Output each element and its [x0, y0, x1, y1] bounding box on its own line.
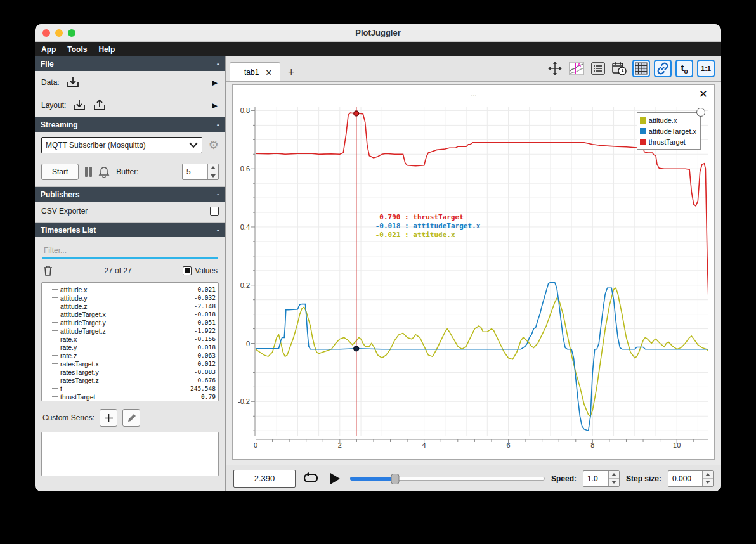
file-section-header[interactable]: File -: [35, 56, 225, 71]
timeseries-row[interactable]: attitude.y-0.032: [52, 294, 216, 302]
tracker-style-icon[interactable]: A: [568, 60, 585, 77]
time-offset-icon[interactable]: to: [675, 60, 693, 77]
layout-menu-arrow-icon[interactable]: ▶: [212, 101, 218, 110]
tree-branch-icon: [52, 289, 58, 290]
timeseries-value: -0.063: [194, 352, 216, 359]
legend-entry[interactable]: thrustTarget: [640, 136, 696, 147]
slider-handle[interactable]: [391, 474, 399, 484]
timeseries-row[interactable]: ratesTarget.x0.012: [52, 359, 216, 368]
timeseries-row[interactable]: attitudeTarget.z-1.922: [52, 327, 216, 335]
spin-down-icon[interactable]: [208, 172, 218, 180]
date-time-icon[interactable]: [611, 60, 629, 77]
timeseries-row[interactable]: attitude.z-2.148: [52, 302, 216, 310]
speed-spinbox[interactable]: 1.0: [583, 470, 620, 487]
timeseries-section-header[interactable]: Timeseries List -: [35, 223, 225, 237]
filter-input[interactable]: [42, 243, 218, 259]
load-layout-icon[interactable]: [72, 99, 86, 112]
edit-custom-series-button[interactable]: [122, 409, 140, 427]
tracker-readout-line: -0.021 : attitude.x: [375, 231, 481, 240]
buffer-spinbox[interactable]: 5: [182, 164, 219, 180]
legend-swatch-icon: [640, 139, 646, 145]
custom-series-list[interactable]: [41, 432, 219, 476]
load-data-icon[interactable]: [66, 76, 80, 89]
tab-close-icon[interactable]: ✕: [265, 68, 272, 77]
streaming-source-select[interactable]: MQTT Subscriber (Mosquitto): [41, 137, 202, 153]
loop-button[interactable]: [302, 470, 320, 488]
spin-up-icon[interactable]: [609, 471, 619, 479]
timeseries-row[interactable]: ratesTarget.z0.676: [52, 376, 216, 384]
tracker-readout: 0.790 : thrustTarget-0.018 : attitudeTar…: [375, 213, 481, 240]
spin-down-icon[interactable]: [703, 479, 713, 486]
timeseries-name: attitudeTarget.y: [60, 319, 194, 327]
timeseries-row[interactable]: rate.x-0.156: [52, 335, 216, 343]
csv-exporter-checkbox[interactable]: [210, 207, 219, 216]
plot-widget[interactable]: ... ✕ -0.200.20.40.60.8 attitude.xattitu…: [232, 84, 715, 460]
timeseries-row[interactable]: t245.548: [52, 384, 216, 392]
start-button[interactable]: Start: [41, 164, 79, 180]
plot-legend[interactable]: attitude.xattitudeTarget.xthrustTarget: [637, 112, 701, 150]
save-layout-icon[interactable]: [93, 99, 107, 112]
timeseries-list[interactable]: attitude.x-0.021attitude.y-0.032attitude…: [41, 282, 219, 401]
timeseries-row[interactable]: thrustTarget0.79: [52, 392, 216, 401]
data-row: Data: ▶: [35, 71, 225, 94]
legend-entry[interactable]: attitudeTarget.x: [640, 126, 696, 136]
play-button[interactable]: [326, 470, 344, 488]
grid-layout-icon[interactable]: [632, 60, 650, 77]
collapse-icon[interactable]: -: [217, 59, 219, 68]
step-size-spinbox[interactable]: 0.000: [668, 470, 714, 487]
timeseries-row[interactable]: attitude.x-0.021: [52, 285, 216, 294]
timeseries-name: ratesTarget.y: [60, 368, 194, 376]
spin-up-icon[interactable]: [703, 471, 713, 479]
time-slider[interactable]: [350, 474, 545, 484]
add-custom-series-button[interactable]: [100, 409, 117, 427]
collapse-icon[interactable]: -: [217, 225, 219, 235]
timeseries-value: 0.018: [197, 344, 216, 351]
timeseries-row[interactable]: rate.y0.018: [52, 343, 216, 351]
pan-zoom-icon[interactable]: [546, 60, 564, 77]
timeseries-row[interactable]: rate.z-0.063: [52, 351, 216, 359]
collapse-icon[interactable]: -: [217, 190, 219, 199]
spin-up-icon[interactable]: [208, 164, 218, 172]
values-toggle[interactable]: Values: [183, 266, 218, 275]
list-icon[interactable]: [589, 60, 607, 77]
add-tab-button[interactable]: +: [280, 63, 302, 82]
tree-branch-icon: [52, 355, 58, 356]
timeseries-row[interactable]: attitudeTarget.y-0.051: [52, 318, 216, 327]
menu-tools[interactable]: Tools: [67, 45, 87, 54]
tab-tab1[interactable]: tab1 ✕: [230, 62, 280, 82]
legend-handle-icon[interactable]: [696, 108, 705, 117]
play-icon: [329, 472, 341, 485]
plot-close-icon[interactable]: ✕: [699, 89, 708, 100]
collapse-icon[interactable]: -: [217, 120, 219, 129]
pause-icon[interactable]: [85, 167, 92, 177]
timeseries-row[interactable]: attitudeTarget.x-0.018: [52, 310, 216, 318]
streaming-section-header[interactable]: Streaming -: [35, 117, 225, 132]
streaming-source-value: MQTT Subscriber (Mosquitto): [46, 141, 189, 150]
timeseries-value: -0.018: [194, 311, 216, 318]
plot-canvas[interactable]: attitude.xattitudeTarget.xthrustTarget 0…: [256, 107, 708, 436]
menu-app[interactable]: App: [41, 45, 56, 54]
spin-down-icon[interactable]: [609, 479, 619, 486]
notifications-bell-icon[interactable]: [98, 166, 110, 178]
tree-branch-icon: [52, 380, 58, 380]
publishers-section-header[interactable]: Publishers -: [35, 187, 225, 202]
streaming-settings-gear-icon[interactable]: ⚙: [209, 139, 219, 151]
data-menu-arrow-icon[interactable]: ▶: [212, 79, 218, 87]
timeseries-name: rate.y: [60, 344, 197, 351]
ratio-one-to-one-icon[interactable]: 1:1: [697, 60, 715, 77]
timeseries-name: rate.z: [60, 352, 194, 359]
timeseries-name: ratesTarget.z: [60, 377, 197, 384]
trash-icon[interactable]: [42, 264, 53, 276]
values-checkbox-icon[interactable]: [183, 266, 192, 275]
legend-entry[interactable]: attitude.x: [640, 115, 696, 126]
y-tick-label: 0: [246, 340, 250, 347]
menu-help[interactable]: Help: [98, 45, 115, 54]
timeseries-row[interactable]: ratesTarget.y-0.083: [52, 368, 216, 376]
current-time-field[interactable]: 2.390: [233, 470, 296, 488]
chevron-down-icon: [189, 142, 198, 148]
tree-branch-icon: [52, 388, 58, 389]
streaming-section-label: Streaming: [41, 120, 78, 129]
x-tick-label: 10: [673, 441, 681, 449]
link-axes-icon[interactable]: [654, 60, 672, 77]
tree-branch-icon: [52, 347, 58, 347]
